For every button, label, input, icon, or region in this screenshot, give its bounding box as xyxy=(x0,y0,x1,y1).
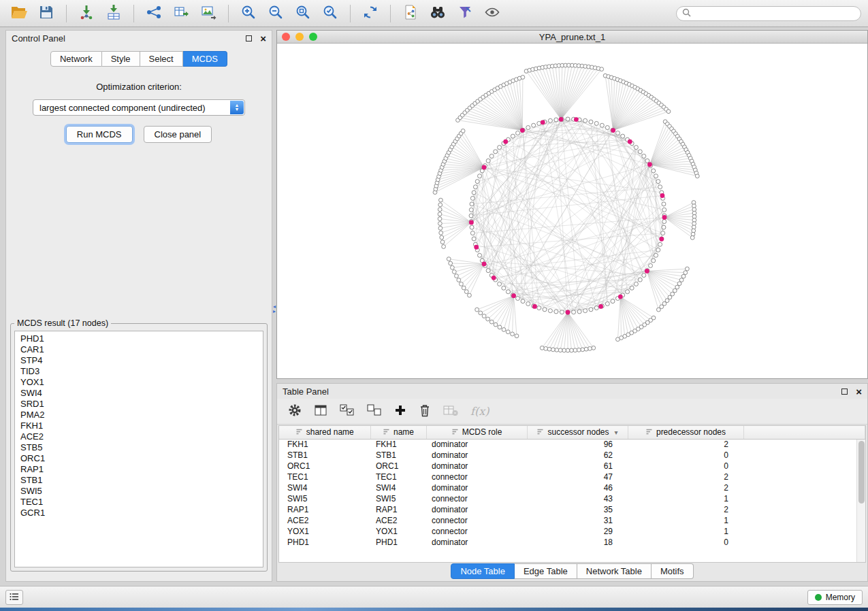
table-row[interactable]: RAP1RAP1dominator352 xyxy=(279,504,865,515)
column-label: shared name xyxy=(306,427,354,437)
function-builder-button[interactable]: f(x) xyxy=(470,405,489,418)
table-cell: TEC1 xyxy=(370,472,426,482)
panel-menu-button[interactable] xyxy=(5,590,23,605)
zoom-in-button[interactable] xyxy=(236,3,261,24)
tab-motifs[interactable]: Motifs xyxy=(652,563,694,579)
criterion-dropdown[interactable]: largest connected component (undirected)… xyxy=(33,99,245,116)
refresh-network-button[interactable] xyxy=(358,3,383,24)
tab-node-table[interactable]: Node Table xyxy=(451,563,515,579)
column-header-successor-nodes[interactable]: successor nodes▾ xyxy=(527,426,628,439)
close-panel-button[interactable]: Close panel xyxy=(144,126,212,143)
table-cell: dominator xyxy=(426,482,527,493)
table-row[interactable]: PHD1PHD1dominator180 xyxy=(279,537,865,548)
delete-column-button[interactable] xyxy=(419,403,431,420)
table-row[interactable]: YOX1YOX1connector291 xyxy=(279,526,865,537)
table-cell-filler xyxy=(743,461,865,472)
table-panel-header: Table Panel × xyxy=(277,384,867,399)
network-canvas[interactable] xyxy=(277,44,867,378)
application-window: Control Panel × NetworkStyleSelectMCDS O… xyxy=(0,0,868,608)
control-panel-title: Control Panel xyxy=(12,33,246,44)
window-maximize-icon[interactable] xyxy=(309,33,317,41)
import-table-icon xyxy=(106,4,122,23)
import-network-button[interactable] xyxy=(74,3,99,24)
search-input[interactable] xyxy=(695,8,855,19)
column-label: successor nodes xyxy=(547,427,609,437)
table-row[interactable]: SWI5SWI5connector431 xyxy=(279,493,865,504)
open-session-button[interactable] xyxy=(7,3,31,24)
export-table-button[interactable] xyxy=(169,3,193,24)
mcds-result-node[interactable]: STB5 xyxy=(15,442,263,453)
column-header-name[interactable]: name xyxy=(370,426,426,439)
float-icon[interactable] xyxy=(841,389,848,395)
mcds-result-node[interactable]: ACE2 xyxy=(15,431,263,442)
table-row[interactable]: ORC1ORC1dominator610 xyxy=(279,461,865,472)
tab-select[interactable]: Select xyxy=(140,51,183,67)
deselect-all-button[interactable] xyxy=(367,403,382,420)
zoom-selected-button[interactable] xyxy=(318,3,342,24)
table-row[interactable]: FKH1FKH1dominator962 xyxy=(279,439,865,450)
scrollbar-thumb[interactable] xyxy=(858,441,865,503)
import-table-button[interactable] xyxy=(101,3,126,24)
table-cell: PHD1 xyxy=(279,537,370,548)
close-icon[interactable]: × xyxy=(856,386,862,397)
show-columns-button[interactable] xyxy=(314,403,327,420)
export-image-button[interactable] xyxy=(196,3,221,24)
tab-edge-table[interactable]: Edge Table xyxy=(515,563,577,579)
table-row[interactable]: ACE2ACE2connector311 xyxy=(279,515,865,526)
search-network-button[interactable] xyxy=(425,3,450,24)
column-header-MCDS-role[interactable]: MCDS role xyxy=(426,426,527,439)
add-column-button[interactable] xyxy=(394,404,406,419)
select-all-button[interactable] xyxy=(340,403,355,420)
share-document-button[interactable] xyxy=(398,3,423,24)
table-settings-button[interactable] xyxy=(288,403,302,420)
tab-network-table[interactable]: Network Table xyxy=(577,563,652,579)
mcds-result-node[interactable]: SWI4 xyxy=(15,388,263,399)
network-view[interactable] xyxy=(277,44,867,378)
network-window-titlebar[interactable]: YPA_prune.txt_1 xyxy=(277,31,867,44)
mcds-result-node[interactable]: PMA2 xyxy=(15,410,263,420)
filter-button[interactable] xyxy=(453,3,477,24)
export-network-button[interactable] xyxy=(142,3,166,24)
table-cell: SWI5 xyxy=(370,493,426,504)
window-close-icon[interactable] xyxy=(282,33,290,41)
float-icon[interactable] xyxy=(246,35,252,42)
run-mcds-button[interactable]: Run MCDS xyxy=(66,126,133,143)
close-icon[interactable]: × xyxy=(260,33,266,44)
table-cell: dominator xyxy=(426,450,527,461)
window-minimize-icon[interactable] xyxy=(295,33,304,41)
mcds-result-list[interactable]: PHD1CAR1STP4TID3YOX1SWI4SRD1PMA2FKH1ACE2… xyxy=(14,331,263,567)
column-header-shared-name[interactable]: shared name xyxy=(279,426,370,439)
mcds-result-node[interactable]: PHD1 xyxy=(15,333,263,344)
zoom-fit-button[interactable] xyxy=(291,3,315,24)
mcds-result-node[interactable]: STP4 xyxy=(15,355,263,366)
mcds-result-node[interactable]: TID3 xyxy=(15,366,263,377)
import-network-icon xyxy=(78,4,95,23)
table-vertical-scrollbar[interactable] xyxy=(856,440,865,562)
mcds-result-node[interactable]: SWI5 xyxy=(15,486,263,497)
mcds-result-node[interactable]: TEC1 xyxy=(15,497,263,508)
mcds-result-node[interactable]: RAP1 xyxy=(15,464,263,475)
table-cell: dominator xyxy=(426,537,527,548)
table-cell: RAP1 xyxy=(279,504,370,515)
table-row[interactable]: STB1STB1dominator620 xyxy=(279,450,865,461)
save-session-button[interactable] xyxy=(34,3,59,24)
show-hide-button[interactable] xyxy=(480,3,504,24)
mcds-result-node[interactable]: CAR1 xyxy=(15,344,263,355)
column-header-predecessor-nodes[interactable]: predecessor nodes xyxy=(628,426,743,439)
table-row[interactable]: TEC1TEC1connector472 xyxy=(279,472,865,482)
mcds-result-node[interactable]: GCR1 xyxy=(15,508,263,518)
table-cell: TEC1 xyxy=(279,472,370,482)
mcds-result-node[interactable]: FKH1 xyxy=(15,420,263,431)
tab-network[interactable]: Network xyxy=(50,51,102,67)
zoom-out-button[interactable] xyxy=(263,3,288,24)
mcds-result-node[interactable]: STB1 xyxy=(15,475,263,486)
memory-button[interactable]: Memory xyxy=(807,590,863,605)
tab-style[interactable]: Style xyxy=(102,51,140,67)
tab-mcds[interactable]: MCDS xyxy=(183,51,227,67)
table-cell: 46 xyxy=(527,482,628,493)
mcds-result-node[interactable]: YOX1 xyxy=(15,377,263,388)
mcds-result-node[interactable]: SRD1 xyxy=(15,399,263,410)
table-row[interactable]: SWI4SWI4dominator462 xyxy=(279,482,865,493)
global-search-field[interactable] xyxy=(676,6,861,21)
mcds-result-node[interactable]: ORC1 xyxy=(15,453,263,464)
